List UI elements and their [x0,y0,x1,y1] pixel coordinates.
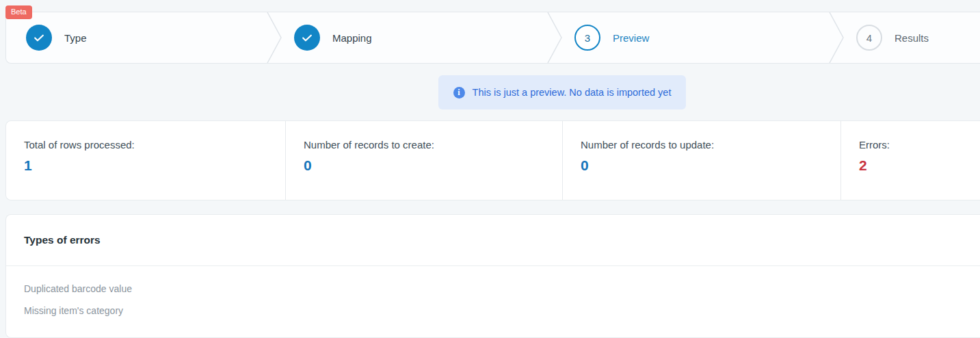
stat-value: 0 [304,157,562,174]
stat-value: 2 [859,157,980,174]
types-of-errors-panel: Types of errors Duplicated barcode value… [5,214,980,338]
step-results[interactable]: 4 Results [836,12,980,63]
preview-info-banner: i This is just a preview. No data is imp… [438,75,686,109]
step-preview[interactable]: 3 Preview [555,12,836,63]
step-type-label: Type [64,32,87,44]
step-results-label: Results [895,32,929,44]
error-type-row: Missing item's category [24,300,969,322]
step-done-circle [26,25,52,51]
stat-card-records-update: Number of records to update: 0 [563,121,841,200]
step-done-circle [294,25,320,51]
stat-value: 0 [581,157,840,174]
beta-badge: Beta [5,5,32,19]
step-number-circle: 3 [574,25,600,51]
step-mapping-label: Mapping [332,32,372,44]
error-type-row: Duplicated barcode value [24,278,969,300]
banner-text: This is just a preview. No data is impor… [473,87,672,98]
check-icon [32,31,46,44]
errors-panel-header: Types of errors [6,215,980,266]
stat-label: Number of records to update: [581,139,840,151]
info-icon: i [453,87,465,99]
errors-panel-title: Types of errors [24,234,101,246]
stat-card-total-rows: Total of rows processed: 1 [6,121,286,200]
stat-label: Number of records to create: [304,139,562,151]
step-type[interactable]: Type [6,12,274,63]
stat-card-records-create: Number of records to create: 0 [286,121,563,200]
check-icon [300,31,314,44]
stat-card-errors: Errors: 2 [841,121,980,200]
import-summary-stats: Total of rows processed: 1 Number of rec… [5,120,980,200]
stat-label: Total of rows processed: [24,139,285,151]
step-mapping[interactable]: Mapping [274,12,555,63]
import-stepper: Type Mapping 3 Preview 4 Results [5,12,980,64]
step-preview-label: Preview [613,32,649,44]
stat-label: Errors: [859,139,980,151]
errors-list: Duplicated barcode value Missing item's … [6,266,980,322]
step-number-circle: 4 [856,25,882,51]
stat-value: 1 [24,157,285,174]
